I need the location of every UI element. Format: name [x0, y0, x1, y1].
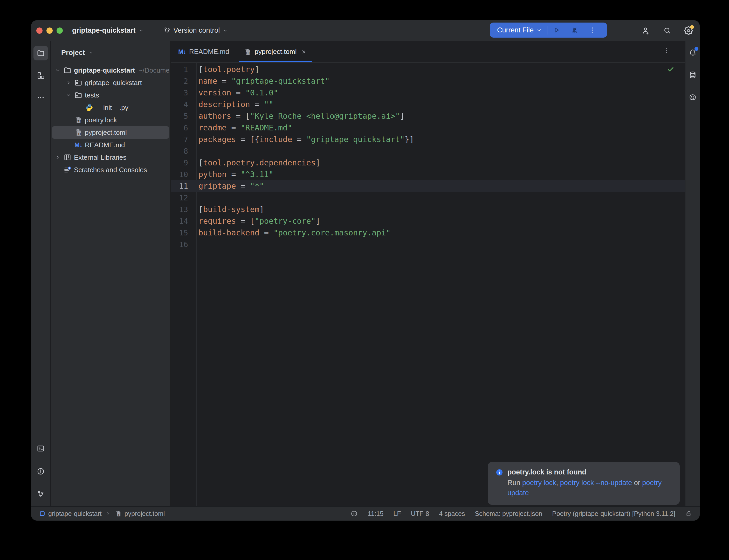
status-widget-lf[interactable]: LF — [393, 510, 401, 517]
terminal-tool-button[interactable] — [33, 441, 48, 456]
notification-text: Run — [508, 479, 522, 487]
code-text: readme = "README.md" — [196, 123, 292, 132]
ai-assistant-tool-button[interactable] — [685, 90, 700, 104]
code-line-8[interactable]: 8 — [171, 145, 685, 157]
chevron-right-icon[interactable] — [53, 154, 62, 160]
inspection-ok-check-icon[interactable] — [667, 65, 675, 73]
database-tool-button[interactable] — [685, 68, 700, 82]
close-tab-icon[interactable] — [301, 49, 307, 55]
svg-text:[T]: [T] — [76, 120, 81, 123]
breadcrumb-label: griptape-quickstart — [48, 510, 102, 517]
ai-assistant-status-icon[interactable] — [350, 510, 358, 517]
notifications-bell-button[interactable] — [685, 45, 700, 60]
debug-button[interactable] — [566, 23, 584, 38]
notification-link-poetry-lock[interactable]: poetry lock — [522, 479, 556, 487]
editor-tab-bar: M↓README.md[T]pyproject.toml — [171, 41, 685, 63]
tab-pyproject-toml[interactable]: [T]pyproject.toml — [236, 41, 314, 62]
problems-tool-button[interactable] — [33, 464, 48, 479]
module-square-icon — [39, 510, 46, 517]
tree-item-scratches-and-consoles[interactable]: Scratches and Consoles — [52, 164, 169, 176]
tab-options-kebab-icon[interactable] — [663, 46, 671, 54]
tab-readme-md[interactable]: M↓README.md — [171, 41, 236, 62]
tree-item-pyproject-toml[interactable]: [T]pyproject.toml — [52, 126, 169, 139]
code-line-3[interactable]: 3version = "0.1.0" — [171, 87, 685, 99]
line-number: 4 — [171, 100, 188, 109]
code-line-13[interactable]: 13[build-system] — [171, 204, 685, 215]
status-widget-utf-8[interactable]: UTF-8 — [411, 510, 429, 517]
status-bar: griptape-quickstart[T]pyproject.toml 11:… — [31, 506, 700, 521]
chevron-right-icon[interactable] — [64, 80, 73, 86]
line-number: 13 — [171, 205, 188, 214]
add-user-icon[interactable] — [642, 26, 650, 35]
tree-item-readme-md[interactable]: M↓README.md — [52, 139, 169, 151]
code-text: python = "^3.11" — [196, 170, 273, 179]
zoom-window-button[interactable] — [57, 27, 63, 34]
code-line-6[interactable]: 6readme = "README.md" — [171, 122, 685, 134]
notification-text: , — [556, 479, 560, 487]
status-widget-4-spaces[interactable]: 4 spaces — [439, 510, 465, 517]
close-window-button[interactable] — [36, 27, 43, 34]
folder-dot-icon — [74, 79, 83, 87]
chevron-down-icon — [222, 28, 228, 33]
line-number: 7 — [171, 135, 188, 144]
code-line-9[interactable]: 9[tool.poetry.dependencies] — [171, 157, 685, 169]
code-text: [tool.poetry] — [196, 65, 259, 74]
tree-item-griptape-quickstart[interactable]: griptape_quickstart — [52, 76, 169, 89]
code-line-16[interactable]: 16 — [171, 239, 685, 250]
project-panel: Project griptape-quickstart~/Documegript… — [51, 41, 171, 506]
titlebar-actions — [642, 20, 693, 41]
version-control-tool-button[interactable] — [33, 487, 48, 501]
folder-icon — [63, 66, 72, 74]
code-text: griptape = "*" — [196, 181, 264, 191]
code-line-10[interactable]: 10python = "^3.11" — [171, 169, 685, 180]
more-tools-button[interactable] — [33, 90, 48, 105]
vcs-widget[interactable]: Version control — [163, 26, 228, 34]
tree-item-external-libraries[interactable]: External Libraries — [52, 151, 169, 164]
tree-item--init-py[interactable]: __init__.py — [52, 101, 169, 114]
tree-item-poetry-lock[interactable]: [T]poetry.lock — [52, 114, 169, 126]
breadcrumb-griptape-quickstart[interactable]: griptape-quickstart — [39, 510, 102, 517]
line-number: 3 — [171, 88, 188, 97]
code-line-7[interactable]: 7packages = [{include = "griptape_quicks… — [171, 134, 685, 145]
chevron-down-icon[interactable] — [53, 67, 62, 73]
search-everywhere-icon[interactable] — [663, 26, 672, 35]
run-configuration-label: Current File — [497, 26, 534, 34]
project-panel-header[interactable]: Project — [51, 41, 170, 64]
structure-tool-button[interactable] — [33, 68, 48, 83]
status-widget-poetry-griptape-quickstart-python-3-11-2-[interactable]: Poetry (griptape-quickstart) [Python 3.1… — [552, 510, 675, 517]
code-line-15[interactable]: 15build-backend = "poetry.core.masonry.a… — [171, 227, 685, 239]
notification-link-poetry-lock-no-update[interactable]: poetry lock --no-update — [560, 479, 632, 487]
breadcrumb-pyproject-toml[interactable]: [T]pyproject.toml — [115, 510, 165, 517]
code-text: authors = ["Kyle Roche <hello@griptape.a… — [196, 111, 405, 121]
code-line-14[interactable]: 14requires = ["poetry-core"] — [171, 215, 685, 227]
tree-item-griptape-quickstart[interactable]: griptape-quickstart~/Docume — [52, 64, 169, 76]
code-line-1[interactable]: 1[tool.poetry] — [171, 64, 685, 75]
project-selector[interactable]: griptape-quickstart — [72, 26, 144, 34]
info-icon — [496, 468, 503, 476]
notification-body: Run poetry lock, poetry lock --no-update… — [508, 478, 666, 498]
tree-item-label: pyproject.toml — [85, 129, 127, 137]
settings-gear-icon[interactable] — [684, 26, 693, 35]
more-run-options-button[interactable] — [584, 23, 602, 38]
unlocked-padlock-icon[interactable] — [685, 510, 692, 517]
status-widget-schema[interactable]: Schema: pyproject.json — [475, 510, 542, 517]
run-configuration-selector[interactable]: Current File — [490, 26, 547, 34]
right-tool-strip — [685, 41, 700, 506]
line-number: 10 — [171, 170, 188, 179]
run-button[interactable] — [547, 23, 566, 38]
markdown-icon: M↓ — [74, 141, 83, 149]
code-line-5[interactable]: 5authors = ["Kyle Roche <hello@griptape.… — [171, 110, 685, 122]
code-line-12[interactable]: 12 — [171, 192, 685, 204]
code-line-4[interactable]: 4description = "" — [171, 99, 685, 110]
toml: [T] — [115, 510, 122, 517]
chevron-down-icon[interactable] — [64, 92, 73, 98]
code-line-2[interactable]: 2name = "griptape-quickstart" — [171, 75, 685, 87]
svg-text:[T]: [T] — [116, 513, 121, 516]
status-widget-11[interactable]: 11:15 — [368, 510, 384, 517]
tree-item-tests[interactable]: tests — [52, 89, 169, 101]
code-line-11[interactable]: 11griptape = "*" — [171, 180, 685, 192]
project-tool-button[interactable] — [33, 46, 48, 60]
toml-icon: [T] — [74, 128, 83, 137]
minimize-window-button[interactable] — [46, 27, 53, 34]
code-editor[interactable]: 1[tool.poetry]2name = "griptape-quicksta… — [171, 63, 685, 506]
